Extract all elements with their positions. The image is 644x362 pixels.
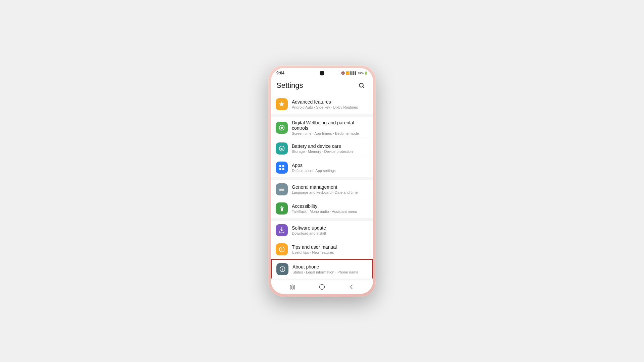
battery-indicator: 97%🔋 bbox=[358, 71, 368, 75]
svg-rect-8 bbox=[279, 168, 281, 170]
svg-rect-21 bbox=[320, 284, 325, 289]
svg-rect-12 bbox=[279, 190, 284, 191]
divider-1 bbox=[271, 114, 373, 117]
settings-item-battery[interactable]: Battery and device care Storage · Memory… bbox=[271, 139, 373, 158]
svg-point-13 bbox=[281, 206, 282, 207]
svg-point-5 bbox=[281, 148, 282, 149]
accessibility-text: Accessibility TalkBack · Mono audio · As… bbox=[292, 203, 368, 214]
software-update-subtitle: Download and install bbox=[292, 231, 368, 235]
general-icon bbox=[276, 183, 288, 195]
about-phone-title: About phone bbox=[292, 264, 368, 269]
battery-text: Battery and device care Storage · Memory… bbox=[292, 143, 368, 154]
digital-wellbeing-title: Digital Wellbeing and parental controls bbox=[292, 120, 368, 131]
software-update-icon bbox=[276, 224, 288, 236]
signal-icon: ▌▌▌ bbox=[351, 71, 357, 75]
tips-icon: ! bbox=[276, 243, 288, 255]
accessibility-title: Accessibility bbox=[292, 203, 368, 209]
svg-rect-7 bbox=[282, 165, 284, 167]
about-phone-icon: i bbox=[276, 263, 288, 275]
general-subtitle: Language and keyboard · Date and time bbox=[292, 190, 368, 194]
mute-icon: 🔇 bbox=[341, 71, 345, 75]
digital-wellbeing-text: Digital Wellbeing and parental controls … bbox=[292, 120, 368, 135]
camera-notch bbox=[320, 71, 324, 75]
settings-item-apps[interactable]: Apps Default apps · App settings bbox=[271, 158, 373, 177]
settings-item-general[interactable]: General management Language and keyboard… bbox=[271, 180, 373, 199]
status-time: 9:04 bbox=[276, 71, 284, 75]
svg-point-3 bbox=[281, 127, 283, 129]
back-button[interactable] bbox=[345, 282, 358, 292]
accessibility-subtitle: TalkBack · Mono audio · Assistant menu bbox=[292, 209, 368, 214]
page-title: Settings bbox=[276, 81, 303, 90]
svg-rect-10 bbox=[279, 188, 284, 188]
software-update-text: Software update Download and install bbox=[292, 225, 368, 235]
svg-line-1 bbox=[363, 87, 364, 88]
advanced-features-icon bbox=[276, 98, 288, 110]
svg-rect-19 bbox=[292, 285, 293, 289]
tips-subtitle: Useful tips · New features bbox=[292, 250, 368, 254]
status-icons: 🔇 📶 ▌▌▌ 97%🔋 bbox=[341, 71, 368, 75]
battery-title: Battery and device care bbox=[292, 143, 368, 149]
apps-icon bbox=[276, 162, 288, 174]
software-update-title: Software update bbox=[292, 225, 368, 231]
advanced-features-title: Advanced features bbox=[292, 99, 368, 105]
svg-rect-11 bbox=[279, 189, 284, 190]
tips-text: Tips and user manual Useful tips · New f… bbox=[292, 244, 368, 254]
settings-item-tips[interactable]: ! Tips and user manual Useful tips · New… bbox=[271, 240, 373, 259]
digital-wellbeing-subtitle: Screen time · App timers · Bedtime mode bbox=[292, 131, 368, 135]
digital-wellbeing-icon bbox=[276, 122, 288, 134]
app-header: Settings bbox=[271, 77, 373, 95]
battery-subtitle: Storage · Memory · Device protection bbox=[292, 149, 368, 154]
phone-device: 9:04 🔇 📶 ▌▌▌ 97%🔋 Settings bbox=[268, 65, 376, 297]
apps-subtitle: Default apps · App settings bbox=[292, 169, 368, 173]
search-button[interactable] bbox=[356, 79, 368, 92]
wifi-icon: 📶 bbox=[346, 71, 350, 75]
about-phone-subtitle: Status · Legal information · Phone name bbox=[292, 270, 368, 274]
accessibility-icon bbox=[276, 202, 288, 215]
home-button[interactable] bbox=[315, 282, 329, 292]
settings-list: Advanced features Android Auto · Side ke… bbox=[271, 95, 373, 279]
advanced-features-subtitle: Android Auto · Side key · Bixby Routines bbox=[292, 105, 368, 109]
phone-screen: 9:04 🔇 📶 ▌▌▌ 97%🔋 Settings bbox=[271, 68, 373, 294]
about-phone-text: About phone Status · Legal information ·… bbox=[292, 264, 368, 274]
svg-text:i: i bbox=[282, 267, 283, 271]
settings-item-advanced-features[interactable]: Advanced features Android Auto · Side ke… bbox=[271, 95, 373, 114]
settings-item-about-phone[interactable]: i About phone Status · Legal information… bbox=[271, 259, 373, 279]
recent-apps-button[interactable] bbox=[286, 282, 299, 292]
svg-rect-20 bbox=[294, 286, 295, 289]
svg-rect-18 bbox=[290, 286, 291, 289]
general-title: General management bbox=[292, 184, 368, 190]
settings-item-software-update[interactable]: Software update Download and install bbox=[271, 221, 373, 240]
apps-title: Apps bbox=[292, 163, 368, 168]
navigation-bar bbox=[271, 279, 373, 294]
divider-2 bbox=[271, 177, 373, 180]
advanced-features-text: Advanced features Android Auto · Side ke… bbox=[292, 99, 368, 109]
battery-icon bbox=[276, 142, 288, 155]
settings-item-digital-wellbeing[interactable]: Digital Wellbeing and parental controls … bbox=[271, 117, 373, 139]
svg-point-0 bbox=[359, 83, 363, 87]
settings-item-accessibility[interactable]: Accessibility TalkBack · Mono audio · As… bbox=[271, 199, 373, 218]
svg-rect-9 bbox=[282, 168, 284, 170]
tips-title: Tips and user manual bbox=[292, 244, 368, 250]
svg-rect-6 bbox=[279, 165, 281, 167]
svg-text:!: ! bbox=[281, 247, 282, 251]
apps-text: Apps Default apps · App settings bbox=[292, 163, 368, 173]
general-text: General management Language and keyboard… bbox=[292, 184, 368, 194]
divider-3 bbox=[271, 218, 373, 221]
